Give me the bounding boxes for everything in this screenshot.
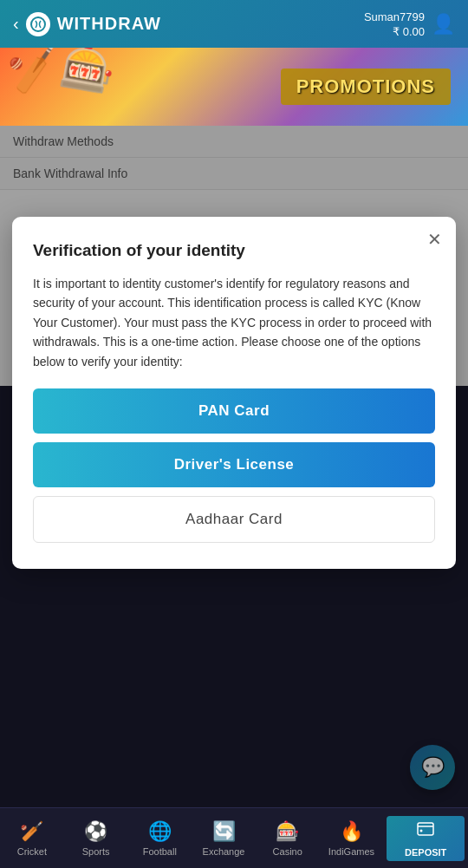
svg-rect-4 xyxy=(418,823,433,835)
header-left: ‹ WITHDRAW xyxy=(13,12,161,36)
promo-figure-1: 🏏 xyxy=(4,48,66,98)
modal-close-button[interactable]: ✕ xyxy=(427,229,442,250)
nav-label-sports: Sports xyxy=(82,846,110,857)
nav-item-exchange[interactable]: 🔄 Exchange xyxy=(192,815,256,862)
nav-item-casino[interactable]: 🎰 Casino xyxy=(256,815,320,862)
svg-point-0 xyxy=(31,17,45,31)
aadhaar-card-button[interactable]: Aadhaar Card xyxy=(33,496,435,543)
modal-body: It is important to identity customer's i… xyxy=(33,274,435,371)
cricket-icon: 🏏 xyxy=(20,820,43,843)
promo-banner[interactable]: 🏏 🎰 PROMOTIONS xyxy=(0,48,468,126)
nav-label-cricket: Cricket xyxy=(17,846,47,857)
username-label: Suman7799 xyxy=(364,10,425,23)
indigames-icon: 🔥 xyxy=(340,820,363,843)
nav-item-indigames[interactable]: 🔥 IndiGames xyxy=(320,815,384,862)
deposit-icon xyxy=(416,819,435,844)
modal-title: Verification of your identity xyxy=(33,241,435,260)
nav-item-deposit[interactable]: DEPOSIT xyxy=(387,816,465,861)
user-info: Suman7799 ₹ 0.00 xyxy=(364,10,425,38)
nav-label-football: Football xyxy=(143,846,177,857)
nav-label-deposit: DEPOSIT xyxy=(405,847,446,858)
header: ‹ WITHDRAW Suman7799 ₹ 0.00 👤 xyxy=(0,0,468,48)
nav-item-sports[interactable]: ⚽ Sports xyxy=(64,815,128,862)
nav-item-football[interactable]: 🌐 Football xyxy=(127,815,192,862)
nav-label-indigames: IndiGames xyxy=(328,846,374,857)
header-right: Suman7799 ₹ 0.00 👤 xyxy=(364,10,455,38)
svg-point-5 xyxy=(420,829,423,832)
user-icon[interactable]: 👤 xyxy=(432,13,455,36)
back-button[interactable]: ‹ xyxy=(13,14,19,34)
bottom-navigation: 🏏 Cricket ⚽ Sports 🌐 Football 🔄 Exchange… xyxy=(0,807,468,868)
promo-figure-2: 🎰 xyxy=(56,48,118,98)
nav-item-cricket[interactable]: 🏏 Cricket xyxy=(0,815,64,862)
promo-figures: 🏏 🎰 xyxy=(0,48,156,126)
nav-label-casino: Casino xyxy=(273,846,302,857)
nav-label-exchange: Exchange xyxy=(203,846,245,857)
pan-card-button[interactable]: PAN Card xyxy=(33,388,435,434)
casino-icon: 🎰 xyxy=(276,820,299,843)
logo-icon xyxy=(26,12,50,36)
football-icon: 🌐 xyxy=(148,820,172,843)
promo-text: PROMOTIONS xyxy=(281,69,451,105)
identity-modal: ✕ Verification of your identity It is im… xyxy=(12,217,456,569)
exchange-icon: 🔄 xyxy=(212,820,236,843)
balance-label: ₹ 0.00 xyxy=(393,25,425,38)
page-title: WITHDRAW xyxy=(57,14,161,34)
sports-icon: ⚽ xyxy=(84,820,107,843)
drivers-license-button[interactable]: Driver's License xyxy=(33,442,435,487)
